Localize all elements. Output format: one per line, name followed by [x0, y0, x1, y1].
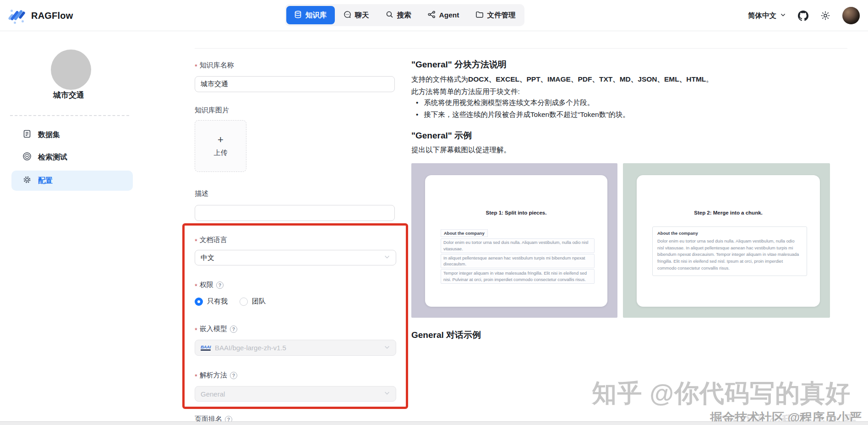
plus-icon: +: [218, 135, 224, 145]
example-split-line: In aliquet pellentesque aenean hac vesti…: [441, 254, 595, 269]
radio-selected-icon: [195, 298, 203, 306]
help-icon[interactable]: ?: [230, 326, 237, 333]
tab-chat[interactable]: 聊天: [336, 6, 377, 24]
example-card: Step 1: Split into pieces. About the com…: [425, 175, 607, 307]
dataset-icon: [22, 129, 32, 140]
description-input[interactable]: [195, 205, 395, 221]
help-icon[interactable]: ?: [216, 281, 224, 289]
main-nav-tabs: 知识库 聊天 搜索 Agent: [285, 4, 524, 26]
doc-language-select[interactable]: 中文: [195, 250, 396, 265]
brand[interactable]: RAGFlow: [7, 6, 73, 25]
kb-image-label: 知识库图片: [195, 106, 229, 115]
example-section-title: "General" 示例: [411, 130, 472, 142]
supported-formats-line: 支持的文件格式为DOCX、EXCEL、PPT、IMAGE、PDF、TXT、MD、…: [411, 75, 713, 84]
kb-avatar-placeholder: [51, 50, 91, 90]
chevron-down-icon: [384, 344, 390, 352]
kb-name-label: *知识库名称: [195, 61, 234, 70]
tab-search[interactable]: 搜索: [378, 6, 419, 24]
ragflow-config-page: RAGFlow 知识库 聊天 搜索: [0, 0, 868, 425]
gear-icon: [22, 175, 32, 186]
kb-image-upload[interactable]: + 上传: [195, 120, 246, 172]
example-heading: About the company: [441, 229, 488, 237]
example-image-merge: Step 2: Merge into a chunk. About the co…: [623, 163, 830, 318]
top-navbar: RAGFlow 知识库 聊天 搜索: [0, 0, 868, 31]
method-bullet-2: •接下来，这些连续的片段被合并成Token数不超过“Token数”的块。: [416, 110, 630, 120]
database-icon: [294, 11, 302, 20]
example-hint: 提出以下屏幕截图以促进理解。: [411, 145, 511, 155]
kb-name-input[interactable]: [195, 76, 395, 92]
example-split-line: Dolor enim eu tortor urna sed duis nulla…: [441, 238, 595, 253]
folder-icon: [475, 11, 483, 20]
bottom-scrollbar-track[interactable]: [0, 421, 868, 425]
parse-method-select[interactable]: General: [195, 386, 396, 402]
example-heading: About the company: [657, 231, 802, 236]
example-step-title: Step 1: Split into pieces.: [425, 210, 607, 215]
navbar-right-controls: 简体中文: [748, 0, 860, 31]
search-icon: [386, 11, 393, 20]
kb-sidebar: 城市交通 数据集 检索测试 配置: [0, 32, 137, 421]
chevron-down-icon: [384, 254, 390, 262]
tab-agent[interactable]: Agent: [420, 6, 467, 24]
chevron-down-icon: [384, 390, 390, 398]
chevron-down-icon: [780, 11, 786, 20]
kb-name: 城市交通: [0, 90, 137, 100]
theme-toggle-sun-icon[interactable]: [820, 11, 830, 21]
radio-unselected-icon: [240, 298, 248, 306]
example-card: Step 2: Merge into a chunk. About the co…: [637, 175, 820, 307]
method-description-line: 此方法将简单的方法应用于块文件:: [411, 87, 520, 97]
example-image-split: Step 1: Split into pieces. About the com…: [411, 163, 617, 318]
language-dropdown[interactable]: 简体中文: [748, 11, 786, 21]
github-icon[interactable]: [798, 11, 808, 21]
example-merged-chunk: About the company Dolor enim eu tortor u…: [652, 226, 807, 276]
user-avatar[interactable]: [842, 7, 860, 24]
dialog-example-title: General 对话示例: [411, 329, 481, 341]
example-split-line: Tempor integer aliquam in vitae malesuad…: [441, 269, 595, 284]
content-top-border: [195, 48, 847, 49]
permission-radio-group: 只有我 团队: [195, 297, 266, 306]
agent-icon: [428, 11, 436, 20]
retrieval-test-icon: [22, 152, 32, 163]
example-step-title: Step 2: Merge into a chunk.: [637, 210, 820, 215]
method-explanation-title: "General" 分块方法说明: [411, 59, 507, 71]
ragflow-logo-icon: [7, 6, 27, 25]
zhihu-watermark: 知乎 @你代码写的真好: [592, 377, 851, 410]
permission-label: *权限 ?: [195, 281, 224, 289]
sidebar-item-configuration[interactable]: 配置: [11, 171, 133, 191]
radio-team[interactable]: 团队: [240, 297, 266, 306]
baai-logo-icon: BAAI: [201, 345, 211, 351]
sidebar-item-retrieval-test[interactable]: 检索测试: [11, 147, 133, 167]
tab-file-management[interactable]: 文件管理: [468, 6, 523, 24]
chat-icon: [344, 11, 351, 20]
doc-language-label: *文档语言: [195, 236, 227, 244]
parse-method-label: *解析方法 ?: [195, 371, 237, 380]
embedding-model-select[interactable]: BAAI BAAI/bge-large-zh-v1.5: [195, 340, 396, 356]
description-label: 描述: [195, 189, 208, 198]
method-bullet-1: •系统将使用视觉检测模型将连续文本分割成多个片段。: [416, 98, 594, 108]
help-icon[interactable]: ?: [230, 372, 237, 379]
tab-knowledge-base[interactable]: 知识库: [286, 6, 335, 24]
example-merged-paragraph: Dolor enim eu tortor urna sed duis nulla…: [657, 238, 802, 272]
sidebar-item-dataset[interactable]: 数据集: [11, 125, 133, 145]
radio-only-me[interactable]: 只有我: [195, 297, 228, 306]
sidebar-divider: [10, 115, 129, 116]
embedding-model-label: *嵌入模型 ?: [195, 325, 237, 333]
brand-name: RAGFlow: [31, 11, 73, 21]
